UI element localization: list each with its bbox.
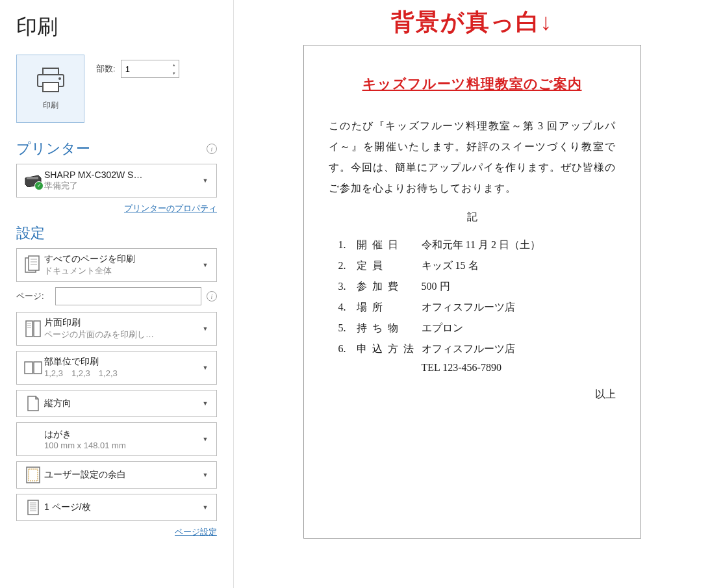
single-side-icon bbox=[22, 320, 44, 338]
portrait-icon bbox=[22, 395, 44, 412]
annotation-text: 背景が真っ白↓ bbox=[247, 6, 697, 38]
page-title: 印刷 bbox=[16, 13, 217, 42]
printer-device-icon: ✓ bbox=[24, 173, 42, 189]
chevron-down-icon: ▼ bbox=[199, 400, 211, 407]
svg-rect-18 bbox=[29, 469, 38, 481]
svg-rect-11 bbox=[34, 321, 40, 337]
doc-list-item: 3.参加費500 円 bbox=[338, 276, 616, 297]
chevron-down-icon: ▼ bbox=[199, 364, 211, 371]
one-page-icon bbox=[22, 499, 44, 516]
doc-list-item: 6.申込方法オフィスフルーツ店 bbox=[338, 339, 616, 359]
pages-per-sheet-selector[interactable]: 1 ページ/枚 ▼ bbox=[16, 494, 217, 521]
printer-name: SHARP MX-C302W S… bbox=[44, 170, 199, 180]
svg-rect-15 bbox=[25, 362, 32, 374]
pages-icon bbox=[22, 255, 44, 275]
print-range-selector[interactable]: すべてのページを印刷 ドキュメント全体 ▼ bbox=[16, 248, 217, 282]
sides-main: 片面印刷 bbox=[44, 317, 199, 329]
chevron-down-icon: ▼ bbox=[199, 177, 211, 184]
doc-body: このたび『キッズフルーツ料理教室～第 3 回アップルパイ～』を開催いたします。好… bbox=[329, 116, 616, 199]
printer-status: 準備完了 bbox=[44, 180, 199, 192]
print-range-main: すべてのページを印刷 bbox=[44, 253, 199, 265]
doc-ki: 記 bbox=[329, 211, 616, 224]
chevron-down-icon: ▼ bbox=[199, 472, 211, 478]
printer-section-title: プリンター bbox=[16, 139, 90, 159]
svg-rect-6 bbox=[29, 256, 39, 270]
pages-input[interactable] bbox=[55, 287, 201, 305]
collate-sub: 1,2,3 1,2,3 1,2,3 bbox=[44, 368, 199, 379]
sides-sub: ページの片面のみを印刷し… bbox=[44, 329, 199, 340]
settings-section-title: 設定 bbox=[16, 224, 45, 243]
svg-rect-19 bbox=[28, 500, 38, 515]
paper-selector[interactable]: はがき 100 mm x 148.01 mm ▼ bbox=[16, 422, 217, 456]
doc-ijo: 以上 bbox=[329, 388, 616, 402]
collate-main: 部単位で印刷 bbox=[44, 356, 199, 368]
sides-selector[interactable]: 片面印刷 ページの片面のみを印刷し… ▼ bbox=[16, 312, 217, 346]
copies-up-button[interactable]: ▲ bbox=[170, 60, 179, 69]
chevron-down-icon: ▼ bbox=[199, 262, 211, 268]
orientation-main: 縦方向 bbox=[44, 398, 71, 409]
print-button[interactable]: 印刷 bbox=[16, 55, 84, 123]
svg-rect-0 bbox=[43, 68, 58, 75]
paper-main: はがき bbox=[44, 429, 199, 441]
doc-tel: TEL 123-456-7890 bbox=[422, 362, 616, 374]
doc-title: キッズフルーツ料理教室のご案内 bbox=[329, 75, 616, 93]
margins-selector[interactable]: ユーザー設定の余白 ▼ bbox=[16, 461, 217, 489]
doc-list-item: 2.定員キッズ 15 名 bbox=[338, 255, 616, 276]
orientation-selector[interactable]: 縦方向 ▼ bbox=[16, 390, 217, 417]
printer-icon bbox=[35, 67, 66, 95]
printer-selector[interactable]: ✓ SHARP MX-C302W S… 準備完了 ▼ bbox=[16, 164, 217, 198]
doc-list-item: 5.持ち物エプロン bbox=[338, 318, 616, 339]
printer-properties-link[interactable]: プリンターのプロパティ bbox=[124, 203, 217, 213]
svg-rect-16 bbox=[34, 362, 42, 374]
info-icon[interactable]: i bbox=[207, 144, 217, 154]
check-badge-icon: ✓ bbox=[34, 181, 44, 190]
chevron-down-icon: ▼ bbox=[199, 436, 211, 442]
margins-icon bbox=[22, 467, 44, 483]
svg-rect-4 bbox=[27, 177, 38, 179]
print-preview: キッズフルーツ料理教室のご案内 このたび『キッズフルーツ料理教室～第 3 回アッ… bbox=[303, 45, 641, 539]
print-range-sub: ドキュメント全体 bbox=[44, 265, 199, 277]
pages-per-sheet-main: 1 ページ/枚 bbox=[44, 502, 91, 513]
print-button-label: 印刷 bbox=[43, 100, 58, 111]
chevron-down-icon: ▼ bbox=[199, 504, 211, 511]
doc-list-item: 1.開催日令和元年 11 月 2 日（土） bbox=[338, 235, 616, 255]
paper-sub: 100 mm x 148.01 mm bbox=[44, 441, 199, 450]
doc-list-item: 4.場所オフィスフルーツ店 bbox=[338, 297, 616, 318]
page-setup-link[interactable]: ページ設定 bbox=[175, 527, 217, 537]
svg-rect-2 bbox=[43, 83, 58, 92]
pages-label: ページ: bbox=[16, 290, 50, 302]
chevron-down-icon: ▼ bbox=[199, 326, 211, 332]
margins-main: ユーザー設定の余白 bbox=[44, 469, 126, 481]
info-icon[interactable]: i bbox=[207, 291, 217, 301]
doc-list: 1.開催日令和元年 11 月 2 日（土）2.定員キッズ 15 名3.参加費50… bbox=[338, 235, 616, 359]
copies-label: 部数: bbox=[96, 63, 116, 75]
collate-selector[interactable]: 部単位で印刷 1,2,3 1,2,3 1,2,3 ▼ bbox=[16, 351, 217, 385]
copies-down-button[interactable]: ▼ bbox=[170, 69, 179, 77]
collate-icon bbox=[22, 361, 44, 374]
svg-point-3 bbox=[58, 77, 61, 80]
